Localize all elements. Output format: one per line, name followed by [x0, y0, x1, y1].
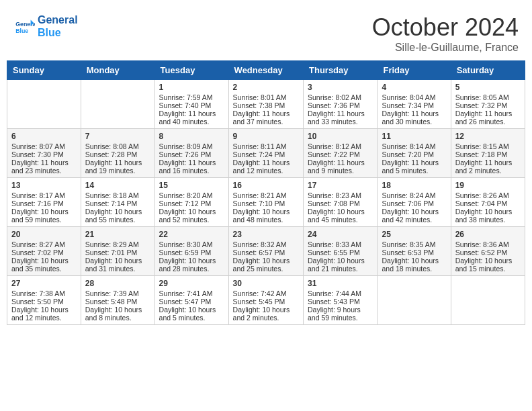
sunrise-text: Sunrise: 8:21 AM [233, 191, 299, 199]
sunrise-text: Sunrise: 8:27 AM [11, 240, 77, 248]
calendar-table: SundayMondayTuesdayWednesdayThursdayFrid… [7, 60, 525, 325]
daylight-text: Daylight: 10 hours and 59 minutes. [11, 208, 77, 224]
sunrise-text: Sunrise: 8:26 AM [455, 191, 521, 199]
calendar-cell [451, 276, 525, 325]
sunset-text: Sunset: 7:34 PM [382, 101, 446, 109]
daylight-text: Daylight: 9 hours and 59 minutes. [308, 306, 373, 322]
day-number: 10 [308, 132, 373, 141]
sunrise-text: Sunrise: 7:39 AM [85, 289, 150, 298]
daylight-text: Daylight: 10 hours and 8 minutes. [85, 306, 150, 322]
daylight-text: Daylight: 10 hours and 31 minutes. [85, 257, 150, 273]
sunset-text: Sunset: 7:30 PM [11, 150, 77, 158]
day-number: 6 [11, 132, 77, 141]
sunrise-text: Sunrise: 8:12 AM [308, 142, 373, 150]
sunrise-text: Sunrise: 8:35 AM [382, 240, 446, 248]
calendar-cell: 11Sunrise: 8:14 AMSunset: 7:20 PMDayligh… [378, 129, 451, 178]
day-number: 28 [85, 279, 150, 288]
sunrise-text: Sunrise: 8:36 AM [455, 240, 521, 248]
day-number: 22 [159, 230, 224, 239]
calendar-cell [7, 80, 81, 129]
calendar-cell: 17Sunrise: 8:23 AMSunset: 7:08 PMDayligh… [304, 178, 378, 227]
daylight-text: Daylight: 10 hours and 12 minutes. [11, 306, 77, 322]
day-number: 7 [85, 132, 150, 141]
sunrise-text: Sunrise: 8:30 AM [159, 240, 224, 248]
day-number: 20 [11, 230, 77, 239]
daylight-text: Daylight: 10 hours and 52 minutes. [159, 208, 224, 224]
logo: General Blue General Blue [13, 13, 78, 39]
calendar-week-row: 6Sunrise: 8:07 AMSunset: 7:30 PMDaylight… [7, 129, 525, 178]
sunset-text: Sunset: 6:59 PM [159, 248, 224, 257]
daylight-text: Daylight: 10 hours and 42 minutes. [382, 208, 446, 224]
day-number: 31 [308, 279, 373, 288]
sunrise-text: Sunrise: 8:33 AM [308, 240, 373, 248]
sunrise-text: Sunrise: 8:24 AM [382, 191, 446, 199]
calendar-cell: 1Sunrise: 7:59 AMSunset: 7:40 PMDaylight… [154, 80, 228, 129]
sunset-text: Sunset: 5:48 PM [85, 298, 150, 306]
day-header-friday: Friday [378, 61, 451, 80]
calendar-cell: 3Sunrise: 8:02 AMSunset: 7:36 PMDaylight… [304, 80, 378, 129]
sunrise-text: Sunrise: 8:18 AM [85, 191, 150, 199]
daylight-text: Daylight: 10 hours and 55 minutes. [85, 208, 150, 224]
sunset-text: Sunset: 7:14 PM [85, 199, 150, 208]
sunset-text: Sunset: 5:43 PM [308, 298, 373, 306]
day-number: 26 [455, 230, 521, 239]
daylight-text: Daylight: 10 hours and 38 minutes. [455, 208, 521, 224]
calendar-cell: 8Sunrise: 8:09 AMSunset: 7:26 PMDaylight… [154, 129, 228, 178]
calendar-cell: 5Sunrise: 8:05 AMSunset: 7:32 PMDaylight… [451, 80, 525, 129]
calendar-cell: 31Sunrise: 7:44 AMSunset: 5:43 PMDayligh… [304, 276, 378, 325]
calendar-cell: 21Sunrise: 8:29 AMSunset: 7:01 PMDayligh… [81, 227, 154, 276]
title-block: October 2024 Sille-le-Guillaume, France [372, 13, 519, 54]
daylight-text: Daylight: 10 hours and 25 minutes. [233, 257, 299, 273]
daylight-text: Daylight: 11 hours and 2 minutes. [455, 158, 521, 175]
day-number: 15 [159, 181, 224, 190]
calendar-cell: 18Sunrise: 8:24 AMSunset: 7:06 PMDayligh… [378, 178, 451, 227]
sunset-text: Sunset: 5:50 PM [11, 298, 77, 306]
sunrise-text: Sunrise: 8:29 AM [85, 240, 150, 248]
day-number: 30 [233, 279, 299, 288]
day-number: 1 [159, 83, 224, 92]
day-number: 16 [233, 181, 299, 190]
calendar-week-row: 20Sunrise: 8:27 AMSunset: 7:02 PMDayligh… [7, 227, 525, 276]
day-number: 25 [382, 230, 446, 239]
day-number: 2 [233, 83, 299, 92]
sunrise-text: Sunrise: 7:44 AM [308, 289, 373, 298]
calendar-cell: 28Sunrise: 7:39 AMSunset: 5:48 PMDayligh… [81, 276, 154, 325]
day-header-sunday: Sunday [7, 61, 81, 80]
sunset-text: Sunset: 7:22 PM [308, 150, 373, 158]
daylight-text: Daylight: 11 hours and 33 minutes. [308, 109, 373, 126]
sunrise-text: Sunrise: 8:01 AM [233, 93, 299, 101]
day-number: 5 [455, 83, 521, 92]
sunset-text: Sunset: 7:12 PM [159, 199, 224, 208]
sunset-text: Sunset: 7:08 PM [308, 199, 373, 208]
sunrise-text: Sunrise: 7:41 AM [159, 289, 224, 298]
sunset-text: Sunset: 7:26 PM [159, 150, 224, 158]
day-header-tuesday: Tuesday [154, 61, 228, 80]
daylight-text: Daylight: 11 hours and 16 minutes. [159, 158, 224, 175]
sunset-text: Sunset: 6:53 PM [382, 248, 446, 257]
daylight-text: Daylight: 11 hours and 30 minutes. [382, 109, 446, 126]
calendar-cell: 22Sunrise: 8:30 AMSunset: 6:59 PMDayligh… [154, 227, 228, 276]
calendar-week-row: 27Sunrise: 7:38 AMSunset: 5:50 PMDayligh… [7, 276, 525, 325]
day-number: 27 [11, 279, 77, 288]
sunset-text: Sunset: 7:06 PM [382, 199, 446, 208]
daylight-text: Daylight: 11 hours and 26 minutes. [455, 109, 521, 126]
calendar-cell [378, 276, 451, 325]
day-number: 19 [455, 181, 521, 190]
location: Sille-le-Guillaume, France [372, 42, 519, 54]
day-number: 4 [382, 83, 446, 92]
calendar-week-row: 1Sunrise: 7:59 AMSunset: 7:40 PMDaylight… [7, 80, 525, 129]
sunset-text: Sunset: 6:57 PM [233, 248, 299, 257]
sunset-text: Sunset: 7:36 PM [308, 101, 373, 109]
svg-text:Blue: Blue [15, 28, 28, 35]
day-number: 3 [308, 83, 373, 92]
day-header-wednesday: Wednesday [228, 61, 303, 80]
calendar-cell: 15Sunrise: 8:20 AMSunset: 7:12 PMDayligh… [154, 178, 228, 227]
calendar-cell: 2Sunrise: 8:01 AMSunset: 7:38 PMDaylight… [228, 80, 303, 129]
sunset-text: Sunset: 7:40 PM [159, 101, 224, 109]
sunrise-text: Sunrise: 8:23 AM [308, 191, 373, 199]
day-number: 12 [455, 132, 521, 141]
calendar-cell: 26Sunrise: 8:36 AMSunset: 6:52 PMDayligh… [451, 227, 525, 276]
calendar-cell: 14Sunrise: 8:18 AMSunset: 7:14 PMDayligh… [81, 178, 154, 227]
sunrise-text: Sunrise: 8:05 AM [455, 93, 521, 101]
day-header-monday: Monday [81, 61, 154, 80]
